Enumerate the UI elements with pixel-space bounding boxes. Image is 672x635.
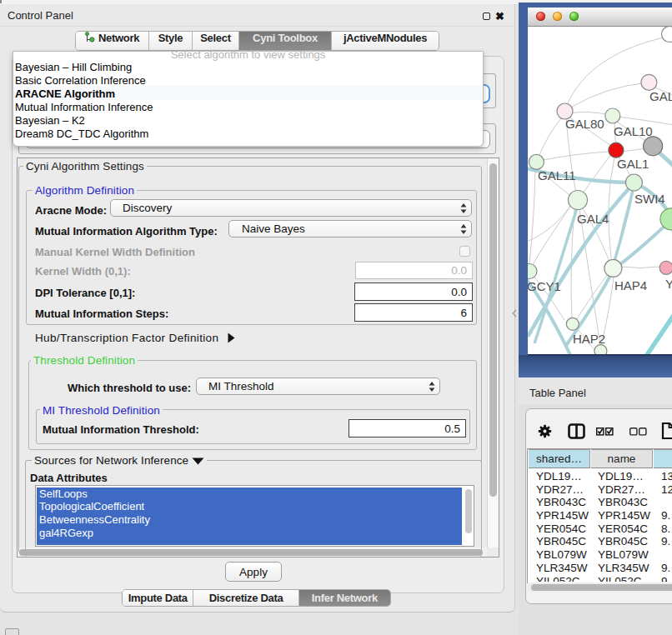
svg-text:Y: Y <box>665 277 672 291</box>
svg-text:GAL2: GAL2 <box>649 89 672 103</box>
svg-text:SWI4: SWI4 <box>634 192 665 206</box>
svg-text:HAP4: HAP4 <box>614 278 647 292</box>
svg-text:GAL4: GAL4 <box>577 212 609 226</box>
svg-text:GAL10: GAL10 <box>614 124 653 138</box>
svg-text:GAL80: GAL80 <box>565 117 604 131</box>
svg-text:GCY1: GCY1 <box>528 279 561 293</box>
svg-text:GAL1: GAL1 <box>617 157 649 171</box>
svg-text:HAP2: HAP2 <box>573 332 605 346</box>
svg-text:GAL11: GAL11 <box>538 168 576 182</box>
